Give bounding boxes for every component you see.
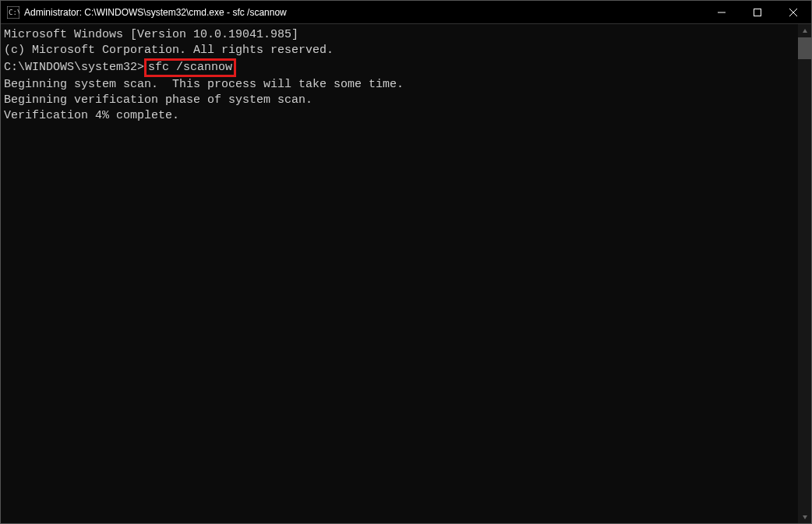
scroll-up-button[interactable] [798, 24, 811, 37]
scroll-down-button[interactable] [798, 510, 811, 523]
output-line: Microsoft Windows [Version 10.0.19041.98… [4, 27, 795, 43]
minimize-button[interactable] [704, 1, 740, 23]
terminal-output[interactable]: Microsoft Windows [Version 10.0.19041.98… [1, 24, 798, 523]
svg-text:C:\: C:\ [9, 9, 19, 16]
output-line: (c) Microsoft Corporation. All rights re… [4, 43, 795, 58]
close-button[interactable] [775, 1, 811, 23]
window-title: Administrator: C:\WINDOWS\system32\cmd.e… [24, 7, 704, 18]
maximize-button[interactable] [740, 1, 775, 23]
output-line: Beginning system scan. This process will… [4, 77, 795, 93]
titlebar[interactable]: C:\ Administrator: C:\WINDOWS\system32\c… [1, 1, 811, 24]
svg-rect-3 [754, 9, 761, 16]
window-controls [704, 1, 811, 23]
prompt-path: C:\WINDOWS\system32> [4, 61, 144, 74]
output-line: Beginning verification phase of system s… [4, 93, 795, 108]
svg-marker-6 [803, 29, 807, 33]
svg-marker-7 [803, 515, 807, 519]
cmd-icon: C:\ [7, 6, 19, 19]
cmd-window: C:\ Administrator: C:\WINDOWS\system32\c… [0, 0, 812, 524]
scroll-thumb[interactable] [798, 37, 811, 59]
prompt-line: C:\WINDOWS\system32>sfc /scannow [4, 58, 795, 77]
command-highlight: sfc /scannow [144, 58, 236, 77]
scroll-track[interactable] [798, 37, 811, 510]
vertical-scrollbar[interactable] [798, 24, 811, 523]
terminal-area: Microsoft Windows [Version 10.0.19041.98… [1, 24, 811, 523]
output-line: Verification 4% complete. [4, 108, 795, 124]
